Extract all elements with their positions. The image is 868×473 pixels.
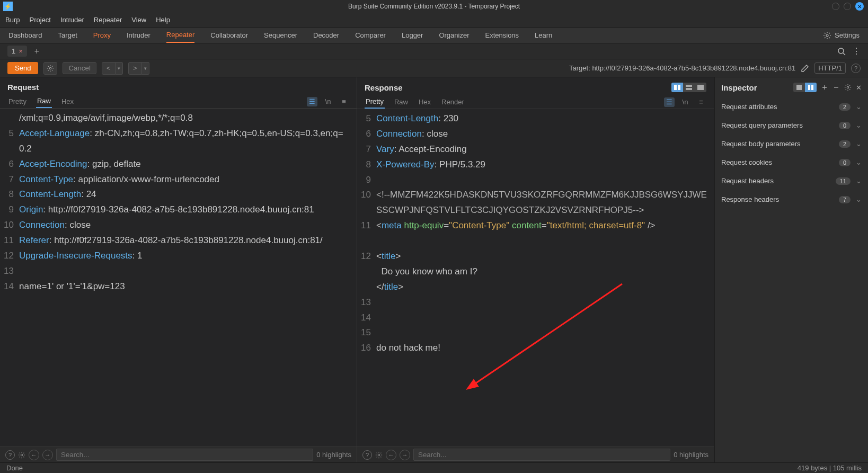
add-tab-button[interactable]: + [34, 47, 39, 56]
inspector-panel: Inspector ✕ Request attributes2⌄Request … [714, 77, 868, 462]
search-next-icon[interactable]: → [400, 450, 410, 460]
layout-toggle[interactable] [671, 83, 706, 92]
http-version-badge[interactable]: HTTP/1 [814, 63, 846, 74]
search-next-icon[interactable]: → [42, 450, 53, 460]
response-tab-render[interactable]: Render [440, 96, 465, 108]
svg-point-1 [838, 48, 844, 53]
history-forward-button[interactable]: > [128, 62, 142, 75]
expand-icon[interactable] [821, 84, 828, 91]
actions-icon[interactable]: ☰ [664, 97, 675, 107]
response-title: Response [365, 83, 403, 92]
settings-label: Settings [835, 31, 860, 39]
menu-project[interactable]: Project [29, 16, 50, 24]
chevron-down-icon: ⌄ [856, 140, 862, 148]
newline-icon[interactable]: \n [680, 97, 690, 107]
inspector-row[interactable]: Request cookies0⌄ [715, 153, 868, 172]
edit-target-icon[interactable] [801, 64, 809, 73]
response-search-input[interactable] [413, 449, 670, 461]
search-settings-icon[interactable] [375, 451, 383, 459]
app-icon: ⚡ [3, 2, 13, 11]
help-icon[interactable]: ? [851, 64, 861, 73]
svg-rect-6 [678, 85, 680, 90]
search-help-icon[interactable]: ? [362, 450, 372, 460]
menu-help[interactable]: Help [156, 16, 170, 24]
inspector-layout-toggle[interactable] [793, 83, 817, 92]
layout-columns-icon[interactable] [671, 83, 683, 92]
menu-intruder[interactable]: Intruder [60, 16, 84, 24]
action-bar: Send Cancel < ▾ > ▾ Target: http://f0f27… [0, 59, 868, 77]
settings-button[interactable]: Settings [823, 31, 860, 40]
send-button[interactable]: Send [7, 62, 38, 74]
inspector-row[interactable]: Request query parameters0⌄ [715, 116, 868, 135]
response-tab-hex[interactable]: Hex [418, 96, 432, 108]
subtab-1[interactable]: 1 × [7, 46, 27, 57]
minimize-icon[interactable] [832, 3, 839, 10]
response-panel: Response Pretty Raw Hex Render ☰ \n ≡ 5C… [357, 77, 714, 462]
inspector-row[interactable]: Request body parameters2⌄ [715, 135, 868, 153]
svg-rect-13 [808, 85, 810, 90]
history-forward-dropdown[interactable]: ▾ [142, 62, 149, 75]
hamburger-icon[interactable]: ≡ [339, 97, 349, 106]
menu-view[interactable]: View [131, 16, 146, 24]
window-title: Burp Suite Community Edition v2023.9.1 -… [0, 3, 868, 10]
search-settings-icon[interactable] [18, 451, 25, 459]
request-tab-hex[interactable]: Hex [60, 95, 75, 108]
search-icon[interactable] [837, 47, 846, 56]
layout-rows-icon[interactable] [683, 83, 695, 92]
tab-intruder[interactable]: Intruder [127, 28, 150, 42]
tab-repeater[interactable]: Repeater [166, 28, 194, 43]
history-back-button[interactable]: < [102, 62, 116, 75]
inspector-row[interactable]: Request headers11⌄ [715, 172, 868, 190]
tab-extensions[interactable]: Extensions [485, 28, 519, 42]
inspector-row[interactable]: Response headers7⌄ [715, 190, 868, 209]
tab-dashboard[interactable]: Dashboard [8, 28, 42, 42]
tab-organizer[interactable]: Organizer [439, 28, 469, 42]
request-tab-raw[interactable]: Raw [36, 95, 52, 108]
newline-icon[interactable]: \n [323, 97, 333, 106]
tab-proxy[interactable]: Proxy [93, 28, 111, 42]
hamburger-icon[interactable]: ≡ [696, 97, 706, 107]
cancel-button[interactable]: Cancel [63, 62, 96, 74]
inspector-gear-icon[interactable] [844, 84, 852, 91]
tab-logger[interactable]: Logger [402, 28, 423, 42]
inspector-row[interactable]: Request attributes2⌄ [715, 97, 868, 116]
search-prev-icon[interactable]: ← [386, 450, 396, 460]
request-search-input[interactable] [56, 449, 313, 461]
layout-b-icon[interactable] [805, 83, 817, 92]
inspector-close-icon[interactable]: ✕ [856, 84, 862, 92]
maximize-icon[interactable] [844, 3, 851, 10]
send-options-gear-icon[interactable] [43, 62, 57, 75]
kebab-menu-icon[interactable]: ⋮ [852, 46, 861, 56]
history-back-dropdown[interactable]: ▾ [116, 62, 123, 75]
tab-learn[interactable]: Learn [535, 28, 552, 42]
actions-icon[interactable]: ☰ [307, 97, 317, 106]
main-tabs: DashboardTargetProxyIntruderRepeaterColl… [0, 28, 868, 43]
layout-a-icon[interactable] [793, 83, 805, 92]
tab-comparer[interactable]: Comparer [355, 28, 386, 42]
response-viewer[interactable]: 5Content-Length: 230 6Connection: close … [357, 109, 714, 447]
layout-combined-icon[interactable] [695, 83, 706, 92]
svg-rect-14 [811, 85, 813, 90]
svg-point-15 [847, 86, 849, 88]
close-tab-icon[interactable]: × [19, 47, 23, 55]
tab-decoder[interactable]: Decoder [313, 28, 339, 42]
search-help-icon[interactable]: ? [5, 450, 15, 460]
target-label: Target: http://f0f27919-326a-4082-a7b5-8… [569, 64, 795, 72]
close-icon[interactable]: ✕ [855, 2, 864, 11]
inspector-title: Inspector [721, 83, 757, 92]
collapse-icon[interactable] [832, 84, 840, 91]
request-view-tabs: Pretty Raw Hex ☰ \n ≡ [0, 95, 357, 109]
request-tab-pretty[interactable]: Pretty [7, 95, 28, 108]
chevron-down-icon: ⌄ [856, 195, 862, 203]
tab-target[interactable]: Target [58, 28, 77, 42]
response-tab-raw[interactable]: Raw [393, 96, 409, 108]
status-left: Done [6, 464, 23, 472]
svg-point-4 [21, 454, 23, 456]
tab-sequencer[interactable]: Sequencer [264, 28, 297, 42]
menu-burp[interactable]: Burp [5, 16, 20, 24]
request-editor[interactable]: /xml;q=0.9,image/avif,image/webp,*/*;q=0… [0, 109, 357, 447]
tab-collaborator[interactable]: Collaborator [210, 28, 248, 42]
menu-repeater[interactable]: Repeater [94, 16, 122, 24]
search-prev-icon[interactable]: ← [29, 450, 39, 460]
response-tab-pretty[interactable]: Pretty [365, 95, 385, 109]
